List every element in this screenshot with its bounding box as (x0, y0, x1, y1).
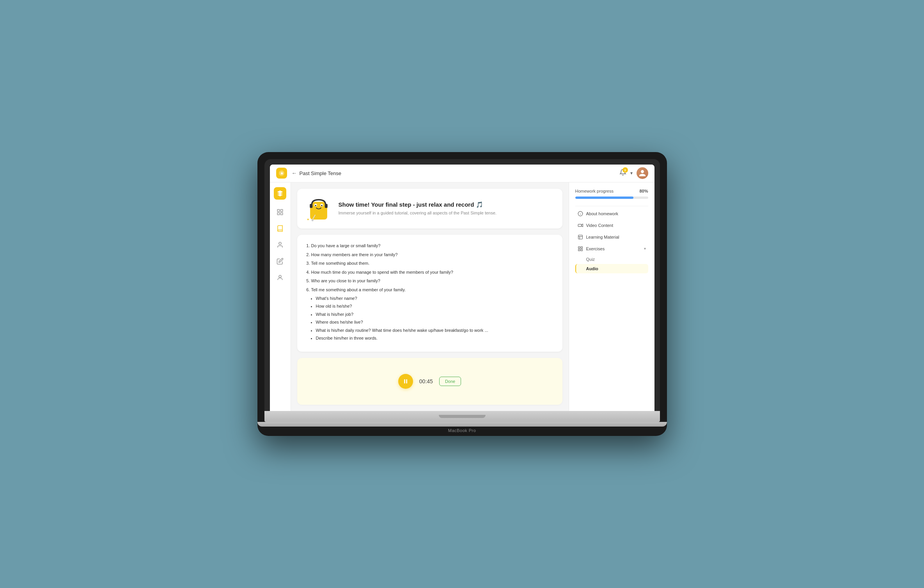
svg-marker-25 (581, 224, 583, 227)
svg-rect-14 (310, 204, 312, 208)
list-item: What's his/her name? (316, 295, 555, 302)
nav-label-audio: Audio (586, 266, 598, 271)
info-circle-icon (578, 211, 583, 216)
header-left: ★ ← Past Simple Tense (276, 168, 341, 179)
nav-label-exercises: Exercises (586, 246, 605, 251)
person-icon (277, 274, 284, 281)
nav-divider (575, 206, 648, 206)
list-item: How much time do you manage to spend wit… (311, 269, 555, 276)
app-logo: ★ (276, 168, 287, 179)
back-button[interactable]: ← (292, 170, 297, 176)
avatar-icon (638, 169, 646, 177)
svg-rect-4 (281, 213, 283, 214)
logo-icon: ★ (278, 170, 285, 176)
list-item: Where does he/she live? (316, 319, 555, 326)
nav-item-exercises[interactable]: Exercises ▾ (575, 243, 648, 255)
svg-text:✦: ✦ (307, 218, 310, 221)
left-sidebar (270, 182, 291, 411)
center-panel: ✦ Show time! Your final step - just rela… (291, 182, 569, 411)
svg-point-7 (279, 275, 281, 278)
nav-sub-item-quiz[interactable]: Quiz (575, 255, 648, 264)
laptop-base (264, 411, 660, 422)
svg-rect-19 (404, 379, 405, 384)
questions-list: Do you have a large or small family? How… (305, 243, 555, 342)
pause-icon (403, 378, 409, 384)
progress-bar-fill (575, 197, 634, 199)
header-title: Past Simple Tense (300, 170, 341, 176)
svg-rect-5 (277, 213, 279, 214)
sidebar-item-person[interactable] (273, 271, 287, 285)
svg-point-13 (321, 205, 323, 206)
book-icon (277, 225, 284, 232)
nav-label-video: Video Content (586, 223, 614, 228)
progress-header: Homework progress 80% (575, 189, 648, 193)
list-item: Describe him/her in three words. (316, 335, 555, 342)
progress-bar-background (575, 197, 648, 199)
learning-material-icon (578, 234, 583, 240)
svg-text:★: ★ (280, 171, 284, 175)
hero-text: Show time! Your final step - just relax … (339, 201, 497, 216)
svg-rect-3 (281, 209, 283, 211)
screen-bezel: ★ ← Past Simple Tense 3 (264, 159, 660, 411)
svg-rect-27 (578, 247, 580, 248)
laptop-notch (439, 415, 486, 418)
hero-mascot: ✦ (305, 195, 332, 222)
list-item: What is his/her daily routine? What time… (316, 327, 555, 334)
timer-display: 00:45 (419, 378, 433, 384)
sidebar-logo-icon (277, 190, 284, 197)
notification-button[interactable]: 3 (619, 169, 626, 177)
right-sidebar: Homework progress 80% (569, 182, 654, 411)
sidebar-item-user[interactable] (273, 238, 287, 252)
list-item: What is his/her job? (316, 311, 555, 318)
nav-label-quiz: Quiz (586, 257, 595, 262)
svg-rect-30 (578, 249, 580, 251)
app-main: ★ ← Past Simple Tense 3 (270, 165, 654, 411)
content-body: ✦ Show time! Your final step - just rela… (270, 182, 654, 411)
hero-title: Show time! Your final step - just relax … (339, 201, 497, 208)
laptop-frame: ★ ← Past Simple Tense 3 (257, 152, 667, 436)
list-item: Tell me something about them. (311, 260, 555, 267)
header-right: 3 ▾ (619, 167, 648, 179)
svg-point-6 (279, 242, 281, 244)
nav-label-material: Learning Material (586, 235, 619, 239)
exercises-icon (578, 246, 583, 251)
user-avatar[interactable] (637, 167, 648, 179)
grid-icon (277, 209, 284, 216)
sub-list: What's his/her name? How old is he/she? … (311, 295, 555, 342)
dropdown-arrow[interactable]: ▾ (630, 170, 633, 176)
nav-label-about: About homework (586, 211, 619, 216)
list-item: How many members are there in your famil… (311, 251, 555, 259)
svg-rect-28 (581, 247, 582, 248)
laptop-bottom (257, 422, 667, 427)
nav-item-about[interactable]: About homework (575, 208, 648, 220)
sidebar-item-book[interactable] (273, 221, 287, 236)
done-button[interactable]: Done (439, 377, 461, 386)
list-item: Do you have a large or small family? (311, 243, 555, 250)
sidebar-item-grid[interactable] (273, 205, 287, 219)
exercises-expand-icon: ▾ (644, 246, 646, 251)
svg-point-12 (315, 205, 316, 206)
hero-card: ✦ Show time! Your final step - just rela… (297, 189, 562, 228)
progress-label: Homework progress (575, 189, 614, 193)
macbook-label: MacBook Pro (264, 427, 660, 436)
svg-rect-24 (578, 224, 582, 227)
svg-rect-2 (277, 209, 279, 211)
notification-badge: 3 (623, 167, 628, 173)
mascot-svg: ✦ (305, 195, 332, 222)
svg-rect-9 (312, 202, 325, 211)
svg-rect-26 (578, 235, 582, 239)
list-item: Tell me something about a member of your… (311, 287, 555, 342)
nav-item-video[interactable]: Video Content (575, 220, 648, 231)
sidebar-logo (274, 187, 286, 200)
hero-subtitle: Immerse yourself in a guided tutorial, c… (339, 210, 497, 216)
video-icon (578, 223, 583, 228)
app-header: ★ ← Past Simple Tense 3 (270, 165, 654, 182)
nav-sub-item-audio[interactable]: Audio (575, 264, 648, 273)
progress-pct: 80% (639, 189, 648, 193)
sidebar-item-edit[interactable] (273, 254, 287, 268)
nav-item-material[interactable]: Learning Material (575, 231, 648, 243)
list-item: Who are you close to in your family? (311, 278, 555, 285)
play-pause-button[interactable] (398, 374, 413, 389)
svg-rect-20 (406, 379, 407, 384)
progress-section: Homework progress 80% (575, 189, 648, 199)
